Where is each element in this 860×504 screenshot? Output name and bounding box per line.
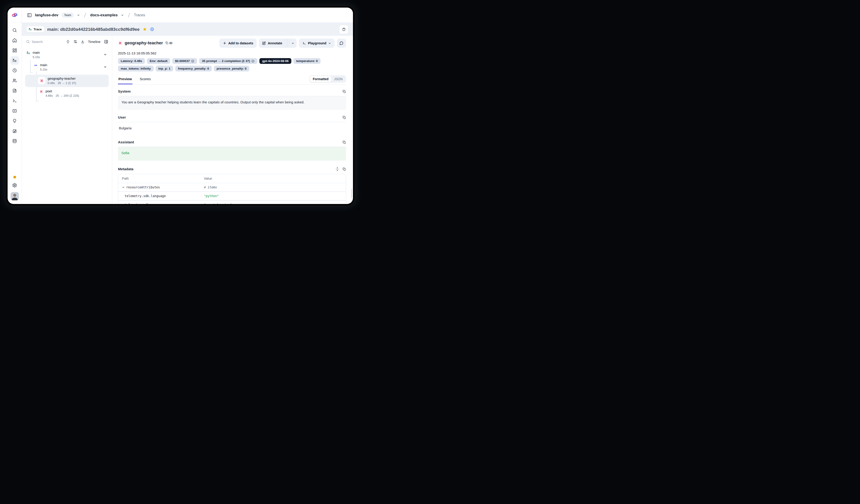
sidebar-toggle-icon[interactable] <box>27 13 32 18</box>
copy-id-button[interactable]: ID <box>165 41 172 45</box>
display-settings-icon[interactable] <box>73 40 77 44</box>
metadata-row-sdk-name[interactable]: telemetry.sdk.name "opentelemetry" <box>118 201 346 204</box>
metadata-table: Path Value resourceAttributes 4 items te… <box>118 174 346 204</box>
add-to-datasets-button[interactable]: Add to datasets <box>219 39 257 48</box>
cost-badge[interactable]: $0.000037 <box>172 58 197 64</box>
search-icon[interactable] <box>12 28 17 33</box>
evals-percent-icon[interactable] <box>12 108 17 113</box>
annotate-pen-icon <box>262 41 266 45</box>
collapse-panel-icon[interactable] <box>104 40 108 44</box>
copy-icon[interactable] <box>342 167 346 171</box>
span-arrows-icon <box>34 63 38 67</box>
bookmark-star-icon[interactable] <box>143 27 147 31</box>
sessions-clock-icon[interactable] <box>12 68 17 73</box>
chevron-down-icon[interactable] <box>122 186 125 189</box>
role-label: System <box>118 89 131 93</box>
detail-tabs-row: Preview Scores Formatted JSON <box>118 75 346 85</box>
generation-icon <box>118 41 122 45</box>
breadcrumb: langfuse-dev Team docs-examples Traces <box>22 8 353 23</box>
chevron-down-icon[interactable] <box>103 53 107 56</box>
nav-rail <box>8 8 22 204</box>
annotation-clipboard-icon[interactable] <box>12 129 17 133</box>
trace-type-label: Trace <box>33 28 42 31</box>
role-label: Assistant <box>118 140 134 144</box>
app-window: langfuse-dev Team docs-examples Traces T… <box>8 8 353 204</box>
metadata-row-resourceAttributes[interactable]: resourceAttributes 4 items <box>118 183 346 192</box>
column-value: Value <box>200 174 346 183</box>
generation-icon <box>40 78 44 83</box>
badges-row-2: max_tokens: Infinity top_p: 1 frequency_… <box>118 66 346 72</box>
view-formatted[interactable]: Formatted <box>310 76 331 82</box>
lightbulb-icon[interactable] <box>12 119 17 123</box>
prompts-file-icon[interactable] <box>12 88 17 93</box>
top-p-badge: top_p: 1 <box>156 66 173 72</box>
chevron-down-icon[interactable] <box>103 65 107 69</box>
download-icon[interactable] <box>81 40 85 44</box>
annotate-dropdown[interactable] <box>289 39 297 48</box>
tree-node-generation-poet[interactable]: poet 4.66s25 → 200 (Σ 225) <box>25 88 109 99</box>
model-badge[interactable]: gpt-4o-2024-08-06 <box>259 58 291 64</box>
comments-button[interactable] <box>337 39 346 48</box>
breadcrumb-section[interactable]: Traces <box>134 13 145 17</box>
node-name: main <box>33 50 40 55</box>
terminal-icon <box>302 41 306 45</box>
badges-row-1: Latency: 0.49s Env: default $0.000037 35… <box>118 58 346 64</box>
column-path: Path <box>118 174 200 183</box>
annotate-button[interactable]: Annotate <box>259 39 297 48</box>
presence-penalty-badge: presence_penalty: 0 <box>214 66 249 72</box>
user-avatar[interactable] <box>11 192 19 200</box>
breadcrumb-project[interactable]: docs-examples <box>90 13 117 17</box>
node-tokens: 35 → 2 (Σ 37) <box>58 81 76 85</box>
breadcrumb-org[interactable]: langfuse-dev <box>35 13 58 17</box>
tree-search[interactable] <box>26 40 62 44</box>
breadcrumb-divider <box>127 13 131 18</box>
status-dot <box>13 176 16 178</box>
public-globe-icon[interactable] <box>150 27 154 31</box>
view-json[interactable]: JSON <box>331 76 345 82</box>
metadata-section: Metadata Path Value <box>118 167 346 204</box>
message-content: Sofia <box>118 147 346 161</box>
playground-button[interactable]: Playground <box>299 39 334 48</box>
tree-node-span-main[interactable]: main 5.15s <box>25 62 109 73</box>
observation-detail-panel: geography-teacher ID Add to datasets <box>112 36 353 204</box>
delete-trace-button[interactable] <box>339 25 348 34</box>
tab-preview[interactable]: Preview <box>118 76 132 84</box>
node-tokens: 25 → 200 (Σ 225) <box>56 93 79 98</box>
env-badge: Env: default <box>147 58 170 64</box>
node-duration: 0.49s <box>47 81 55 85</box>
chevron-down-icon[interactable] <box>77 14 80 17</box>
users-icon[interactable] <box>12 78 17 83</box>
datasets-database-icon[interactable] <box>12 139 17 144</box>
scrollbar-thumb[interactable] <box>352 189 352 198</box>
tab-scores[interactable]: Scores <box>139 76 151 84</box>
copy-icon[interactable] <box>342 116 346 119</box>
timeline-toggle[interactable]: Timeline <box>88 40 100 44</box>
tree-search-input[interactable] <box>32 40 53 44</box>
generation-icon-chip <box>38 77 45 84</box>
message-section-assistant: Assistant Sofia <box>118 140 346 161</box>
chevron-down-icon[interactable] <box>121 14 124 17</box>
copy-icon[interactable] <box>342 140 346 144</box>
tokens-badge[interactable]: 35 prompt → 2 completion (Σ 37) <box>199 58 257 64</box>
tree-node-trace-main[interactable]: main 5.15s <box>25 49 109 60</box>
tree-node-generation-geography-teacher[interactable]: geography-teacher 0.49s35 → 2 (Σ 37) <box>25 75 109 87</box>
metadata-row-sdk-language[interactable]: telemetry.sdk.language "python" <box>118 192 346 201</box>
metadata-header-row: Path Value <box>118 174 346 183</box>
copy-icon[interactable] <box>342 90 346 93</box>
observation-tree-panel: Timeline main 5.15s <box>22 36 112 204</box>
node-name: poet <box>45 89 79 93</box>
langfuse-logo[interactable] <box>8 8 22 23</box>
dashboard-icon[interactable] <box>12 48 17 53</box>
home-icon[interactable] <box>12 38 17 43</box>
message-section-user: User Bulgaria <box>118 115 346 138</box>
comment-bubble-icon <box>340 41 344 45</box>
node-duration: 4.66s <box>45 93 53 98</box>
trace-tree-icon <box>26 51 30 55</box>
observation-timestamp: 2025-11-13 16:05:05.562 <box>118 51 346 55</box>
playground-terminal-icon[interactable] <box>12 98 17 103</box>
latency-badge: Latency: 0.49s <box>118 58 145 64</box>
collapse-all-icon[interactable] <box>66 40 70 44</box>
tracing-icon-active[interactable] <box>10 56 19 65</box>
expand-rows-icon[interactable] <box>335 167 339 171</box>
settings-gear-icon[interactable] <box>12 183 17 188</box>
